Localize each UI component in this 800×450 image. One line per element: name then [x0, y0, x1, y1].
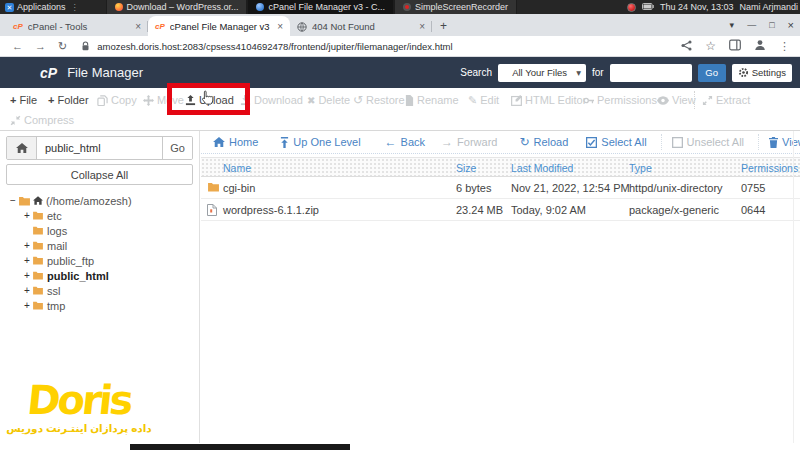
address-bar[interactable]: amozesh.doris.host:2083/cpsess4104692478… [97, 41, 452, 52]
browser-reload-icon[interactable]: ↻ [58, 40, 67, 53]
tab-close-icon[interactable]: × [277, 21, 283, 32]
file-list-panel: Home Up One Level ← Back → Forward ↻ Rel… [201, 131, 800, 443]
extract-icon [702, 95, 713, 106]
tree-node-public-ftp[interactable]: + public_ftp [22, 253, 199, 268]
file-size: 6 bytes [456, 182, 491, 194]
new-tab-button[interactable]: + [440, 19, 447, 33]
table-row-wordpress-zip[interactable]: wordpress-6.1.1.zip 23.24 MB Today, 9:02… [201, 199, 800, 221]
taskbar-window-firefox[interactable]: Download – WordPress.or... [106, 0, 248, 14]
share-icon[interactable] [681, 37, 692, 55]
window-close-button[interactable]: × [788, 19, 794, 31]
trash-icon [769, 137, 778, 148]
settings-button[interactable]: Settings [732, 64, 792, 82]
expander[interactable]: + [22, 255, 32, 266]
column-header-name[interactable]: Name [223, 162, 251, 174]
lock-icon[interactable] [81, 41, 90, 51]
tab-cpanel-tools[interactable]: cP cPanel - Tools × [6, 17, 148, 36]
tree-node-tmp[interactable]: + tmp [22, 298, 199, 313]
browser-back-icon[interactable]: ← [12, 40, 23, 52]
collapse-all-button[interactable]: Collapse All [6, 164, 193, 185]
tree-node-etc[interactable]: + etc [22, 208, 199, 223]
expander[interactable]: + [22, 300, 32, 311]
expander[interactable]: − [8, 195, 18, 206]
expander[interactable]: + [22, 210, 32, 221]
unselect-all-button[interactable]: Unselect All [672, 136, 744, 148]
user-menu[interactable]: Nami Arjmandi [739, 2, 798, 12]
tree-node-mail[interactable]: + mail [22, 238, 199, 253]
for-label: for [592, 67, 604, 78]
forward-button[interactable]: → Forward [441, 135, 497, 149]
column-header-permissions[interactable]: Permissions [741, 162, 798, 174]
zip-file-icon [207, 204, 217, 218]
expander[interactable]: + [22, 285, 32, 296]
globe-icon [297, 22, 307, 32]
file-icon [405, 95, 414, 106]
home-icon[interactable] [7, 137, 37, 159]
tab-search-icon[interactable]: ▾ [730, 20, 735, 30]
delete-button[interactable]: ✖ Delete [307, 93, 350, 107]
restore-button-label: Restore [366, 94, 405, 106]
html-editor-button-label: HTML Editor [525, 94, 586, 106]
path-search-row: Go [6, 136, 193, 160]
tree-node-public-html[interactable]: + public_html [22, 268, 199, 283]
new-folder-button[interactable]: + Folder [48, 93, 89, 107]
home-button[interactable]: Home [213, 136, 258, 148]
file-name[interactable]: cgi-bin [223, 182, 255, 194]
view-button-label: View [672, 94, 696, 106]
edit-button[interactable]: ✎ Edit [468, 93, 499, 107]
browser-menu-icon[interactable]: ⋮ [779, 40, 790, 53]
battery-icon[interactable] [642, 2, 654, 12]
applications-menu[interactable]: ✕ Applications ⋮ [0, 0, 84, 14]
tree-node-logs[interactable]: logs [22, 223, 199, 238]
expander[interactable]: + [22, 240, 32, 251]
up-one-level-button[interactable]: Up One Level [280, 136, 360, 148]
download-button-label: Download [254, 94, 303, 106]
column-header-type[interactable]: Type [629, 162, 652, 174]
back-button-label: Back [401, 136, 425, 148]
search-input[interactable] [610, 64, 692, 82]
path-go-button[interactable]: Go [162, 137, 192, 159]
column-header-size[interactable]: Size [456, 162, 476, 174]
html-editor-button[interactable]: HTML Editor [511, 93, 586, 107]
tab-file-manager[interactable]: cP cPanel File Manager v3 × [148, 16, 290, 36]
search-go-button[interactable]: Go [698, 64, 726, 82]
browser-forward-icon[interactable]: → [35, 40, 46, 52]
new-file-button[interactable]: + File [10, 93, 37, 107]
path-input[interactable] [37, 137, 162, 159]
taskbar-window-recorder[interactable]: SimpleScreenRecorder [394, 0, 517, 14]
view-trash-button[interactable]: View Trash [769, 136, 800, 148]
column-header-modified[interactable]: Last Modified [511, 162, 573, 174]
window-minimize-button[interactable]: — [747, 20, 756, 30]
bookmark-star-icon[interactable]: ☆ [705, 39, 716, 53]
tab-title: cPanel - Tools [28, 21, 130, 32]
restore-button[interactable]: ↺ Restore [353, 93, 405, 107]
recording-indicator-icon[interactable] [627, 3, 636, 12]
permissions-button[interactable]: Permissions [583, 93, 657, 107]
tab-404[interactable]: 404 Not Found × [290, 17, 432, 36]
tree-node-label: public_html [47, 270, 109, 282]
compress-button[interactable]: Compress [10, 113, 74, 127]
profile-avatar-icon[interactable] [754, 37, 766, 55]
table-row-cgi-bin[interactable]: cgi-bin 6 bytes Nov 21, 2022, 12:54 PM h… [201, 177, 800, 199]
tree-node-root[interactable]: − (/home/amozesh) [8, 193, 199, 208]
taskbar-window-chrome[interactable]: cPanel File Manager v3 - C... [247, 0, 394, 14]
search-scope-select[interactable]: All Your Files ▾ [498, 64, 586, 82]
view-button[interactable]: View [657, 93, 696, 107]
forward-button-label: Forward [457, 136, 497, 148]
tree-node-label: logs [47, 225, 67, 237]
tree-node-ssl[interactable]: + ssl [22, 283, 199, 298]
rename-button[interactable]: Rename [405, 93, 459, 107]
copy-button[interactable]: Copy [97, 93, 137, 107]
file-name[interactable]: wordpress-6.1.1.zip [223, 204, 319, 216]
tab-close-icon[interactable]: × [419, 21, 425, 32]
side-panel-icon[interactable] [729, 37, 741, 55]
extract-button[interactable]: Extract [702, 93, 750, 107]
clock[interactable]: Thu 24 Nov, 13:03 [660, 2, 733, 12]
expander[interactable]: + [22, 270, 32, 281]
back-button[interactable]: ← Back [385, 135, 425, 149]
reload-button[interactable]: ↻ Reload [519, 135, 568, 149]
window-maximize-button[interactable]: □ [769, 20, 774, 30]
page-title: File Manager [67, 65, 143, 80]
tab-close-icon[interactable]: × [135, 21, 141, 32]
select-all-button[interactable]: Select All [586, 136, 646, 148]
